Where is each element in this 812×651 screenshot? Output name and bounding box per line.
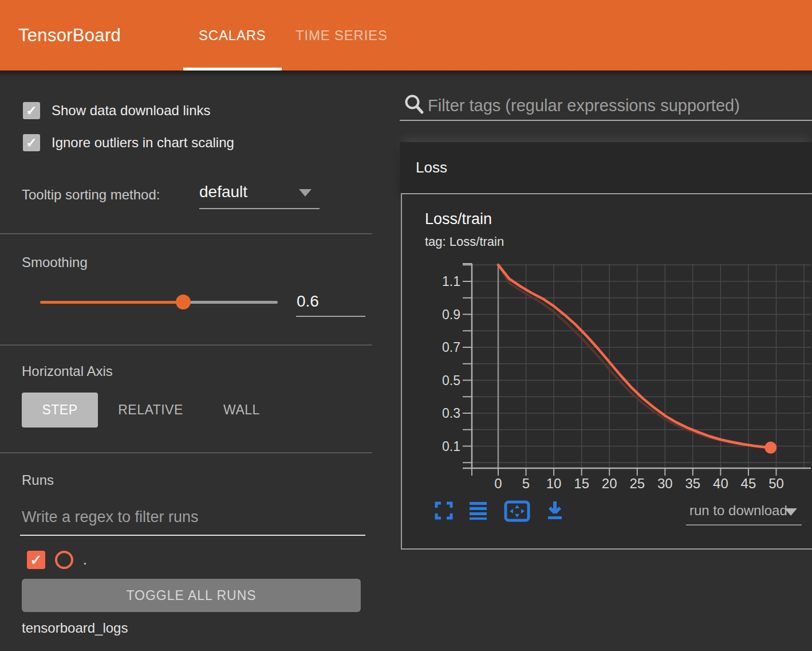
tooltip-sorting-select[interactable]: default (199, 183, 247, 201)
ignore-outliers-row: ✓ Ignore outliers in chart scaling (23, 134, 234, 151)
show-download-links-row: ✓ Show data download links (23, 102, 211, 119)
svg-text:0.7: 0.7 (442, 340, 460, 355)
scalar-chart-card: Loss/train tag: Loss/train 1.10.90.70.50… (401, 193, 812, 550)
data-table-button[interactable] (467, 500, 489, 522)
fullscreen-icon (434, 501, 454, 520)
divider (0, 233, 372, 234)
horizontal-axis-label: Horizontal Axis (22, 363, 113, 379)
ignore-outliers-checkbox[interactable]: ✓ (23, 134, 40, 151)
smoothing-slider-track[interactable] (183, 301, 278, 304)
show-download-links-checkbox[interactable]: ✓ (23, 102, 40, 119)
run-to-download-select[interactable]: run to download (689, 503, 787, 519)
tensorboard-app: TensorBoard SCALARS TIME SERIES ✓ Show d… (0, 0, 812, 651)
tooltip-sorting-label: Tooltip sorting method: (22, 187, 160, 203)
runs-filter-underline (20, 535, 365, 536)
chevron-down-icon[interactable] (299, 189, 312, 197)
fit-domain-icon (504, 500, 530, 522)
settings-sidebar: ✓ Show data download links ✓ Ignore outl… (0, 70, 372, 651)
filter-tags-input[interactable]: Filter tags (regular expressions support… (428, 96, 740, 115)
expand-card-button[interactable] (433, 500, 455, 522)
smoothing-label: Smoothing (22, 254, 88, 270)
smoothing-slider-knob[interactable] (176, 295, 191, 309)
section-header-loss[interactable]: Loss (400, 142, 812, 193)
svg-text:0.3: 0.3 (442, 406, 460, 421)
svg-text:0.9: 0.9 (442, 307, 460, 322)
svg-text:15: 15 (574, 476, 589, 491)
smoothing-slider-track-filled[interactable] (40, 301, 183, 304)
divider (0, 452, 372, 453)
run-row: ✓ . (27, 551, 87, 569)
filter-tags-underline (400, 120, 812, 121)
svg-text:25: 25 (629, 476, 645, 491)
download-icon (545, 500, 565, 521)
main-content: Filter tags (regular expressions support… (372, 70, 812, 651)
section-title: Loss (416, 159, 447, 177)
app-header: TensorBoard SCALARS TIME SERIES (0, 0, 812, 70)
axis-mode-step-button[interactable]: STEP (22, 393, 98, 428)
run-name: . (83, 552, 87, 568)
logdir-label: tensorboard_logs (22, 620, 128, 636)
runs-section-label: Runs (22, 472, 54, 488)
loss-train-line-chart[interactable]: 1.10.90.70.50.30.105101520253035404550 (402, 194, 811, 497)
svg-text:45: 45 (741, 476, 756, 491)
svg-text:35: 35 (685, 476, 700, 491)
app-title: TensorBoard (18, 0, 121, 70)
fit-domain-button[interactable] (504, 500, 530, 522)
svg-text:20: 20 (602, 476, 617, 491)
svg-text:0.1: 0.1 (442, 439, 460, 454)
runs-filter-input[interactable]: Write a regex to filter runs (22, 508, 199, 526)
smoothing-value-input[interactable]: 0.6 (297, 292, 319, 311)
svg-text:1.1: 1.1 (442, 274, 460, 289)
show-download-links-label: Show data download links (52, 103, 211, 119)
run-to-download-underline (686, 524, 802, 525)
divider (0, 344, 372, 346)
tab-time-series[interactable]: TIME SERIES (295, 0, 388, 70)
svg-text:0: 0 (494, 476, 502, 491)
ignore-outliers-label: Ignore outliers in chart scaling (52, 135, 234, 151)
chevron-down-icon[interactable] (785, 508, 797, 516)
search-icon (404, 93, 424, 115)
axis-mode-relative-button[interactable]: RELATIVE (109, 393, 192, 428)
svg-text:50: 50 (768, 476, 784, 491)
tab-scalars[interactable]: SCALARS (199, 0, 266, 70)
run-checkbox[interactable]: ✓ (27, 551, 45, 569)
svg-text:5: 5 (522, 476, 530, 491)
smoothing-value-underline (296, 316, 365, 317)
axis-mode-wall-button[interactable]: WALL (213, 393, 270, 428)
svg-text:30: 30 (657, 476, 673, 491)
toggle-all-runs-button[interactable]: TOGGLE ALL RUNS (22, 579, 361, 612)
tooltip-sorting-underline (199, 208, 320, 209)
svg-text:10: 10 (546, 476, 562, 491)
svg-text:40: 40 (713, 476, 728, 491)
svg-text:0.5: 0.5 (442, 373, 460, 388)
data-rows-icon (468, 501, 488, 520)
download-data-button[interactable] (544, 500, 566, 522)
run-color-ring[interactable] (55, 551, 73, 569)
